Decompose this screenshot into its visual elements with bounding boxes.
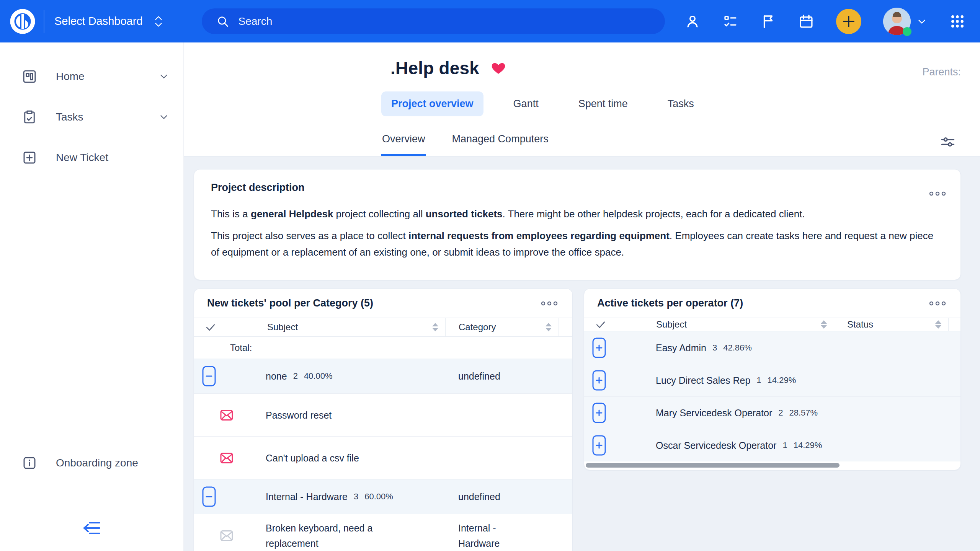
- easy-software-logo-icon[interactable]: [10, 9, 35, 34]
- collapse-sidebar-button[interactable]: [82, 520, 102, 536]
- table-header-row: Subject Category: [194, 318, 572, 337]
- app-root: Select Dashboard: [0, 0, 980, 551]
- subject-cell[interactable]: Password reset: [254, 394, 445, 436]
- check-icon: [594, 318, 607, 331]
- row-selector-cell[interactable]: [584, 331, 643, 364]
- subtab-overview[interactable]: Overview: [381, 133, 426, 156]
- tab-tasks[interactable]: Tasks: [658, 91, 704, 116]
- search-bar[interactable]: [202, 8, 665, 34]
- category-group-row[interactable]: Internal - Hardware 3 60.00%undefined: [194, 479, 572, 514]
- category-group-row[interactable]: none 2 40.00%undefined: [194, 359, 572, 393]
- user-menu[interactable]: [883, 8, 928, 35]
- panel-menu-button[interactable]: [539, 298, 559, 309]
- row-spacer-cell: [948, 364, 960, 396]
- apps-grid-icon[interactable]: [949, 13, 965, 29]
- column-header-spacer: [559, 318, 572, 336]
- favorite-heart-icon[interactable]: [491, 60, 506, 76]
- checklist-icon[interactable]: [722, 13, 738, 29]
- column-header-status[interactable]: Status: [834, 318, 948, 331]
- status-cell: [834, 331, 948, 364]
- subject-cell[interactable]: Broken keyboard, need a replacement: [254, 514, 445, 551]
- sidebar-item-label: Onboarding zone: [56, 457, 138, 469]
- dashboard-selector[interactable]: Select Dashboard: [54, 14, 164, 29]
- operator-group-row[interactable]: Lucy Direct Sales Rep 1 14.29%: [584, 364, 960, 396]
- horizontal-scrollbar[interactable]: [586, 463, 959, 468]
- user-avatar[interactable]: [883, 8, 911, 35]
- sidebar-item-onboarding-zone[interactable]: Onboarding zone: [0, 443, 183, 483]
- subject-cell[interactable]: Internal - Hardware 3 60.00%: [254, 479, 445, 514]
- sidebar-item-tasks[interactable]: Tasks: [0, 97, 183, 137]
- column-header-subject[interactable]: Subject: [643, 318, 834, 331]
- ticket-count: 3: [712, 343, 717, 353]
- ticket-row[interactable]: Password reset: [194, 393, 572, 436]
- project-description-body: This is a general Helpdesk project colle…: [211, 206, 944, 261]
- chevron-up-down-icon: [153, 14, 164, 29]
- row-selector-cell[interactable]: [584, 364, 643, 396]
- row-selector-cell[interactable]: [584, 429, 643, 461]
- ticket-count: 3: [354, 492, 358, 502]
- search-input[interactable]: [238, 15, 621, 28]
- expand-group-icon[interactable]: [592, 403, 606, 423]
- subject-cell[interactable]: Mary Servicedesk Operator 2 28.57%: [643, 397, 834, 429]
- expand-group-icon[interactable]: [592, 435, 606, 456]
- sort-arrows-icon[interactable]: [546, 323, 552, 331]
- row-spacer-cell: [559, 437, 572, 479]
- tab-project-overview[interactable]: Project overview: [381, 91, 483, 116]
- sort-arrows-icon[interactable]: [821, 320, 827, 329]
- column-header-category[interactable]: Category: [445, 318, 559, 336]
- tab-gantt[interactable]: Gantt: [503, 91, 549, 116]
- subject-cell[interactable]: Easy Admin 3 42.86%: [643, 331, 834, 364]
- panel-title: New tickets' pool per Category (5): [207, 297, 373, 309]
- calendar-icon[interactable]: [798, 13, 814, 29]
- select-all-checkbox[interactable]: [584, 318, 643, 331]
- category-cell: [445, 394, 559, 436]
- sidebar-item-home[interactable]: Home: [0, 56, 183, 97]
- row-spacer-cell: [559, 514, 572, 551]
- flag-icon[interactable]: [760, 13, 776, 29]
- panel-menu-button[interactable]: [928, 298, 947, 309]
- expand-group-icon[interactable]: [592, 370, 606, 391]
- row-selector-cell[interactable]: [194, 437, 254, 479]
- row-selector-cell[interactable]: [194, 479, 254, 514]
- panel-menu-button[interactable]: [928, 188, 947, 199]
- page-title: .Help desk: [390, 58, 479, 78]
- ticket-count: 2: [778, 408, 783, 418]
- subject-cell[interactable]: Can't upload a csv file: [254, 437, 445, 479]
- operator-group-row[interactable]: Oscar Servicedesk Operator 1 14.29%: [584, 429, 960, 461]
- create-new-button[interactable]: [836, 9, 861, 34]
- subject-cell[interactable]: Lucy Direct Sales Rep 1 14.29%: [643, 364, 834, 396]
- ticket-row[interactable]: Broken keyboard, need a replacementInter…: [194, 514, 572, 551]
- row-selector-cell[interactable]: [194, 394, 254, 436]
- sort-arrows-icon[interactable]: [432, 323, 438, 331]
- column-header-subject[interactable]: Subject: [254, 318, 445, 336]
- tab-spent-time[interactable]: Spent time: [568, 91, 638, 116]
- sidebar-item-new-ticket[interactable]: New Ticket: [0, 137, 183, 178]
- subject-cell[interactable]: Oscar Servicedesk Operator 1 14.29%: [643, 429, 834, 461]
- chevron-down-icon: [916, 16, 928, 27]
- select-all-checkbox[interactable]: [194, 318, 254, 336]
- profile-icon[interactable]: [684, 13, 701, 29]
- row-selector-cell[interactable]: [194, 359, 254, 393]
- collapse-group-icon[interactable]: [202, 486, 216, 507]
- status-cell: [834, 397, 948, 429]
- scrollbar-thumb[interactable]: [586, 463, 840, 468]
- dashboard-content: Project description This is a general He…: [184, 156, 980, 551]
- ticket-row[interactable]: Can't upload a csv file: [194, 436, 572, 479]
- ticket-percent: 60.00%: [364, 492, 393, 502]
- expand-group-icon[interactable]: [592, 337, 606, 358]
- operator-group-row[interactable]: Mary Servicedesk Operator 2 28.57%: [584, 396, 960, 429]
- subject-cell[interactable]: none 2 40.00%: [254, 359, 445, 393]
- operator-group-row[interactable]: Easy Admin 3 42.86%: [584, 331, 960, 364]
- subtab-managed-computers[interactable]: Managed Computers: [451, 133, 549, 156]
- email-ticket-icon: [219, 528, 234, 543]
- tickets-by-category-panel: New tickets' pool per Category (5): [194, 289, 573, 551]
- status-cell: [834, 429, 948, 461]
- page-settings-button[interactable]: [939, 134, 956, 150]
- description-paragraph: This is a general Helpdesk project colle…: [211, 206, 944, 222]
- row-selector-cell[interactable]: [584, 397, 643, 429]
- sort-arrows-icon[interactable]: [935, 320, 941, 329]
- category-cell: [445, 437, 559, 479]
- collapse-group-icon[interactable]: [202, 366, 216, 386]
- row-selector-cell[interactable]: [194, 514, 254, 551]
- row-spacer-cell: [559, 479, 572, 514]
